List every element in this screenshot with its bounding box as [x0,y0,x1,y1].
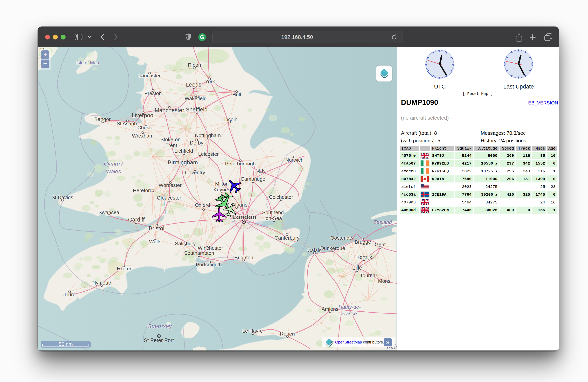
svg-text:Tournai: Tournai [360,273,377,278]
svg-text:Ely: Ely [259,168,266,174]
svg-text:St Peter Port: St Peter Port [144,338,174,343]
svg-text:Coventry: Coventry [185,170,205,175]
svg-text:Wakefield: Wakefield [185,95,207,101]
svg-text:Dunkerque: Dunkerque [320,245,345,251]
svg-text:Manchester: Manchester [155,107,184,113]
svg-text:Swansea: Swansea [99,210,119,215]
svg-text:Preston: Preston [144,90,162,96]
svg-text:Leicester: Leicester [198,151,219,157]
svg-text:Zeeland: Zeeland [373,219,392,225]
svg-text:Oostende: Oostende [330,235,352,241]
svg-text:Isle of Man: Isle of Man [76,60,99,65]
svg-text:Lille: Lille [352,265,362,271]
svg-text:Cymru /: Cymru / [104,161,124,167]
svg-text:Peterborough: Peterborough [225,161,256,167]
svg-text:Colchester: Colchester [269,194,293,200]
svg-text:Liverpool: Liverpool [132,112,155,118]
svg-text:Brugge: Brugge [355,239,371,245]
svg-text:Kortrijk: Kortrijk [357,254,372,260]
svg-text:Norwich: Norwich [285,157,304,163]
svg-text:St Davids: St Davids [52,194,73,200]
svg-text:Lancaster: Lancaster [138,73,161,79]
svg-text:Wales: Wales [106,169,121,174]
svg-text:Hereford: Hereford [133,188,152,193]
svg-text:Gent: Gent [375,242,386,247]
svg-text:Cambridge: Cambridge [241,176,265,182]
svg-text:Nottingham: Nottingham [195,132,221,138]
svg-text:Guernsey: Guernsey [147,323,172,329]
svg-text:Le Havre: Le Havre [242,328,263,334]
svg-text:Bristol: Bristol [149,225,165,232]
svg-text:Leeds: Leeds [186,82,201,88]
svg-text:Hauts-de-: Hauts-de- [338,304,361,310]
svg-text:Truro: Truro [63,292,75,297]
svg-text:Cardiff: Cardiff [128,216,145,223]
svg-text:on-Sea: on-Sea [266,215,282,221]
svg-text:Lichfield: Lichfield [174,148,193,154]
svg-text:Derby: Derby [190,140,203,146]
svg-text:Wells: Wells [149,239,161,244]
svg-text:Salisbury: Salisbury [175,241,196,246]
svg-text:Portsmouth: Portsmouth [196,262,222,267]
svg-text:York: York [205,79,215,85]
svg-text:Rouen: Rouen [280,331,295,337]
svg-text:Southampton: Southampton [184,250,214,256]
svg-text:St Asaph: St Asaph [117,121,137,127]
svg-text:Lincoln: Lincoln [221,117,237,122]
svg-text:France: France [341,311,357,317]
svg-text:Southend-: Southend- [262,210,285,215]
svg-text:Sheffield: Sheffield [186,106,208,113]
svg-text:St Albans: St Albans [226,202,247,208]
svg-text:Plymouth: Plymouth [91,280,112,286]
svg-text:Stoke-on-: Stoke-on- [160,137,182,142]
svg-text:Birmingham: Birmingham [168,159,198,166]
svg-text:Bangor: Bangor [94,116,111,122]
svg-text:Hull: Hull [232,92,241,97]
svg-text:Trent: Trent [166,142,177,148]
svg-text:Keynes: Keynes [213,187,231,192]
svg-text:Chester: Chester [137,125,155,130]
svg-text:Exeter: Exeter [117,266,131,272]
svg-text:Milton: Milton [215,181,229,187]
svg-text:Amiens: Amiens [322,306,338,312]
svg-text:Mons: Mons [378,278,390,284]
svg-text:Ripon: Ripon [188,62,201,68]
svg-text:Wrexham: Wrexham [132,133,154,139]
svg-text:Worcester: Worcester [159,182,182,188]
svg-text:Calais: Calais [307,247,321,253]
svg-text:Gloucester: Gloucester [157,195,181,201]
svg-text:Brighton: Brighton [234,255,253,260]
svg-text:Canterbury: Canterbury [274,235,300,241]
svg-text:Oxford: Oxford [195,202,210,208]
